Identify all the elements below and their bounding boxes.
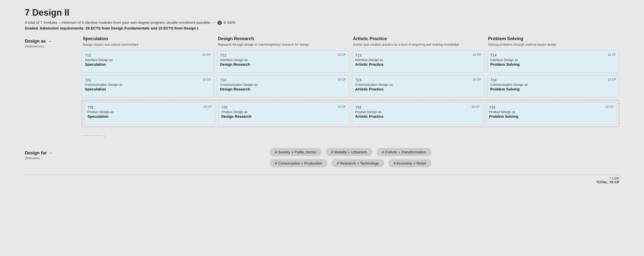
- subtitle-line: A total of 7 modules – minimum of 4 elec…: [25, 20, 619, 25]
- grid-row-0: 711 10 CP Interface Design as Speculatio…: [82, 50, 619, 73]
- design-for-arrow: →: [48, 150, 53, 156]
- module-title-734: Problem Solving: [489, 114, 614, 118]
- grid-row-1: 721 10 CP Communication Design as Specul…: [82, 75, 619, 97]
- module-subtitle-723: Communication Design as: [355, 83, 481, 87]
- module-subtitle-712: Interface Design as: [220, 58, 346, 62]
- domains-area: # Society + Public Sector # Mobility + U…: [82, 148, 619, 167]
- col-header-3: Problem Solving Solving problems through…: [487, 36, 620, 47]
- domain-consumption[interactable]: # Consumption + Production: [270, 159, 328, 167]
- grid-row-2: 731 10 CP Product Design as Speculation …: [84, 102, 617, 125]
- module-cp-721: 10 CP: [202, 78, 210, 81]
- module-title-712: Design Research: [220, 62, 346, 66]
- design-as-label: Design as →: [25, 39, 74, 44]
- col-desc-1: Research through design or interdiscipli…: [218, 42, 348, 47]
- col-header-2: Artistic Practice Artistic and creative …: [352, 36, 484, 47]
- module-cp-723: 10 CP: [472, 78, 481, 81]
- module-724: 724 10 CP Communication Design as Proble…: [487, 75, 620, 97]
- module-731: 731 10 CP Product Design as Speculation: [84, 102, 215, 125]
- module-subtitle-734: Product Design as: [489, 110, 614, 114]
- module-code-711: 711: [85, 53, 91, 57]
- module-711: 711 10 CP Interface Design as Speculatio…: [82, 50, 214, 73]
- col-title-3: Problem Solving: [488, 36, 618, 41]
- design-as-label-area: Design as → (Approaches): [25, 36, 74, 48]
- module-cp-731: 10 CP: [204, 105, 212, 109]
- domain-society[interactable]: # Society + Public Sector: [270, 148, 322, 156]
- col-desc-2: Artistic and creative practice as a form…: [353, 42, 483, 47]
- col-desc-0: Design visions and critical commentary: [83, 42, 213, 47]
- module-code-721: 721: [85, 78, 91, 82]
- domain-economy[interactable]: # Economy + Retail: [388, 159, 431, 167]
- module-713: 713 10 CP Interface Design as Artistic P…: [352, 50, 484, 73]
- module-subtitle-724: Communication Design as: [490, 83, 616, 87]
- module-subtitle-713: Interface Design as: [355, 58, 481, 62]
- module-subtitle-721: Communication Design as: [85, 83, 211, 87]
- module-722: 722 10 CP Communication Design as Design…: [217, 75, 349, 97]
- module-title-723: Artistic Practice: [355, 87, 481, 91]
- module-721: 721 10 CP Communication Design as Specul…: [82, 75, 214, 97]
- module-cp-711: 10 CP: [202, 53, 210, 57]
- design-for-label: Design for →: [25, 150, 74, 156]
- module-title-732: Design Research: [222, 114, 346, 118]
- column-headers: Speculation Design visions and critical …: [82, 36, 619, 47]
- module-subtitle-731: Product Design as: [88, 110, 212, 114]
- module-subtitle-711: Interface Design as: [85, 58, 211, 62]
- module-cp-712: 10 CP: [338, 53, 346, 57]
- module-code-731: 731: [88, 105, 94, 109]
- dashed-connector: - - - - - - - - - ↓: [82, 132, 619, 139]
- module-cp-713: 10 CP: [472, 53, 481, 57]
- col-title-2: Artistic Practice: [353, 36, 483, 41]
- module-cp-734: 10 CP: [605, 105, 614, 109]
- bottom-info: 7 LNW TOTAL: 70 CP: [25, 175, 619, 184]
- col-header-1: Design Research Research through design …: [217, 36, 349, 47]
- design-as-sublabel: (Approaches): [25, 44, 74, 48]
- module-code-722: 722: [220, 78, 226, 82]
- module-code-723: 723: [355, 78, 362, 82]
- col-desc-3: Solving problems through method-based de…: [488, 42, 618, 47]
- module-code-713: 713: [355, 53, 362, 57]
- design-for-section: Design for → (Domains) # Society + Publi…: [25, 148, 619, 167]
- page-title: 7 Design II: [25, 8, 619, 18]
- module-subtitle-722: Communication Design as: [220, 83, 346, 87]
- design-for-sublabel: (Domains): [25, 156, 74, 160]
- page: 7 Design II A total of 7 modules – minim…: [25, 8, 619, 184]
- design-as-section: Design as → (Approaches) Speculation Des…: [25, 36, 619, 127]
- columns-area: Speculation Design visions and critical …: [82, 36, 619, 127]
- domains-row-2: # Consumption + Production # Research + …: [82, 159, 619, 167]
- module-title-722: Design Research: [220, 87, 346, 91]
- module-cp-714: 10 CP: [608, 53, 616, 57]
- main-layout: Design as → (Approaches) Speculation Des…: [25, 36, 619, 167]
- module-733: 733 10 CP Product Design as Artistic Pra…: [352, 102, 483, 125]
- module-title-724: Problem Solving: [490, 87, 616, 91]
- domain-mobility[interactable]: # Mobility + Urbanism: [326, 148, 372, 156]
- module-734: 734 10 CP Product Design as Problem Solv…: [486, 102, 617, 125]
- module-714: 714 10 CP Interface Design as Problem So…: [487, 50, 620, 73]
- module-title-733: Artistic Practice: [355, 114, 480, 118]
- module-title-711: Speculation: [85, 62, 211, 66]
- module-cp-732: 10 CP: [338, 105, 346, 109]
- module-code-724: 724: [490, 78, 496, 82]
- module-title-731: Speculation: [88, 114, 212, 118]
- module-title-714: Problem Solving: [490, 62, 616, 66]
- module-code-733: 733: [355, 105, 362, 109]
- module-subtitle-732: Product Design as: [222, 110, 346, 114]
- col-header-0: Speculation Design visions and critical …: [82, 36, 214, 47]
- design-for-label-area: Design for → (Domains): [25, 148, 74, 160]
- module-cp-722: 10 CP: [338, 78, 346, 81]
- module-code-732: 732: [222, 105, 228, 109]
- module-712: 712 10 CP Interface Design as Design Res…: [217, 50, 349, 73]
- domain-research[interactable]: # Research + Technology: [332, 159, 384, 167]
- module-code-712: 712: [220, 53, 226, 57]
- module-cp-724: 10 CP: [608, 78, 616, 81]
- module-subtitle-714: Interface Design as: [490, 58, 616, 62]
- domain-culture[interactable]: # Culture + Transformation: [376, 148, 432, 156]
- subtitle-bold: Graded. Admission requirements: 25 ECTS …: [25, 26, 619, 30]
- info-icon: i: [218, 21, 222, 25]
- domains-row-1: # Society + Public Sector # Mobility + U…: [82, 148, 619, 156]
- dashed-row-wrapper: 731 10 CP Product Design as Speculation …: [82, 100, 619, 127]
- module-code-714: 714: [490, 53, 496, 57]
- module-subtitle-733: Product Design as: [355, 110, 480, 114]
- grid-rows: 711 10 CP Interface Design as Speculatio…: [82, 50, 619, 127]
- module-cp-733: 10 CP: [471, 105, 480, 109]
- module-732: 732 10 CP Product Design as Design Resea…: [218, 102, 349, 125]
- design-as-arrow: →: [47, 39, 52, 44]
